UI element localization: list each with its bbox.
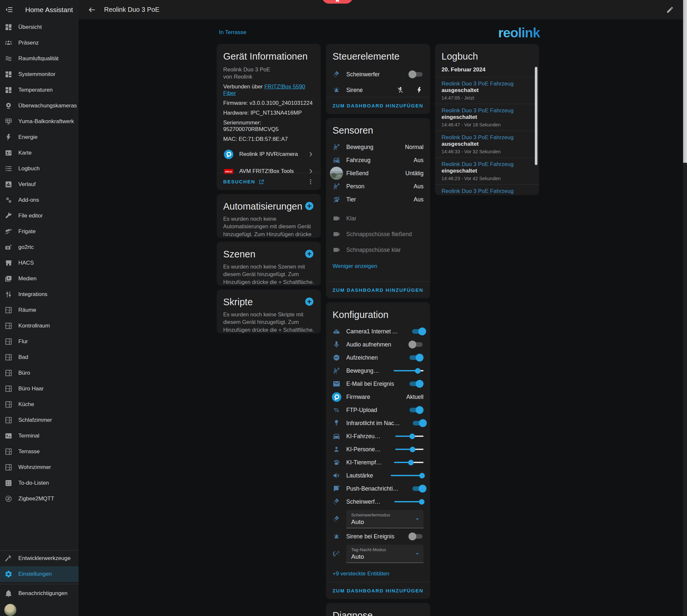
sidebar-item[interactable]: Raumluftqualität xyxy=(0,51,78,66)
toggle-switch[interactable] xyxy=(409,406,423,414)
value-slider[interactable] xyxy=(391,471,423,480)
scripts-title: Skripte xyxy=(223,297,253,308)
content: In Terrasse reolink Gerät Informationen … xyxy=(78,19,687,616)
logbook-timestamp: 14:46:47 - Vor 18 Sekunden xyxy=(441,122,532,127)
sidebar-item[interactable]: Energie xyxy=(0,129,78,145)
paw-off-icon xyxy=(333,196,340,203)
video-camera-icon xyxy=(333,230,340,238)
logbook-entity-link[interactable]: Reolink Duo 3 PoE Fahrzeug xyxy=(441,134,513,140)
sensor-row[interactable]: Fließend Untätig xyxy=(333,167,423,180)
sidebar-item[interactable]: Bad xyxy=(0,349,78,365)
value-slider[interactable] xyxy=(395,445,423,454)
flash-icon[interactable] xyxy=(416,86,423,94)
toggle-switch[interactable] xyxy=(409,379,423,388)
sidebar-item[interactable]: Entwicklerwerkzeuge xyxy=(0,550,78,566)
pencil-icon[interactable] xyxy=(666,6,674,14)
add-to-dashboard-button[interactable]: ZUM DASHBOARD HINZUFÜGEN xyxy=(333,588,423,593)
sidebar-item[interactable]: Verlauf xyxy=(0,177,78,192)
toggle-switch[interactable] xyxy=(409,70,423,79)
sidebar-item[interactable]: Flur xyxy=(0,334,78,349)
value-slider[interactable] xyxy=(394,498,423,506)
page-scrollbar-thumb[interactable] xyxy=(683,0,687,163)
control-row: Scheinwerfer xyxy=(333,66,423,82)
gear-icon xyxy=(5,570,13,578)
sidebar-item[interactable]: Frigate xyxy=(0,224,78,239)
toggle-switch[interactable] xyxy=(411,484,423,493)
sidebar-item[interactable]: File editor xyxy=(0,208,78,224)
add-script-button[interactable] xyxy=(304,297,314,307)
integration-row[interactable]: Reolink IP NVR/camera xyxy=(223,146,314,163)
logbook-scrollbar-thumb[interactable] xyxy=(535,67,537,165)
add-to-dashboard-button[interactable]: ZUM DASHBOARD HINZUFÜGEN xyxy=(333,103,423,108)
add-scene-button[interactable] xyxy=(304,249,314,259)
visit-button[interactable]: BESUCHEN xyxy=(223,179,265,185)
sidebar-item[interactable]: Zigbee2MQTT xyxy=(0,491,78,507)
sidebar-item[interactable]: Add-ons xyxy=(0,192,78,208)
sidebar-item[interactable]: Einstellungen xyxy=(0,566,78,582)
sidebar-item[interactable]: Büro xyxy=(0,365,78,381)
sensor-row[interactable]: Bewegung Normal xyxy=(333,140,423,154)
toggle-switch[interactable] xyxy=(412,419,423,427)
store-icon xyxy=(5,259,13,267)
sidebar-item[interactable]: Logbuch xyxy=(0,161,78,177)
floorplan-icon xyxy=(5,353,13,361)
svg-text:FRITZ!: FRITZ! xyxy=(225,171,232,173)
favorite-button[interactable] xyxy=(322,0,353,4)
sidebar-toggle-icon[interactable] xyxy=(5,5,14,14)
add-to-dashboard-button[interactable]: ZUM DASHBOARD HINZUFÜGEN xyxy=(333,287,423,293)
sidebar-item[interactable]: Medien xyxy=(0,271,78,287)
show-less-link[interactable]: Weniger anzeigen xyxy=(333,263,423,269)
toggle-switch[interactable] xyxy=(409,353,423,362)
entities-column: Steuerelemente Scheinwerfer Sirene xyxy=(326,44,430,616)
sensors-title: Sensoren xyxy=(333,125,423,136)
sidebar-item[interactable]: Karte xyxy=(0,145,78,161)
siren-icon xyxy=(333,86,340,94)
sidebar-item[interactable]: Systemmonitor xyxy=(0,66,78,82)
select-field[interactable]: Tag-Nacht-Modus Auto xyxy=(346,545,423,563)
value-slider[interactable] xyxy=(395,432,423,440)
sidebar-item[interactable]: Übersicht xyxy=(0,19,78,35)
value-slider[interactable] xyxy=(394,367,423,375)
sidebar-item[interactable]: Räume xyxy=(0,302,78,318)
scripts-card: Skripte Es wurden noch keine Skripte mit… xyxy=(217,289,321,333)
hidden-entities-link[interactable]: +9 versteckte Entitäten xyxy=(333,571,423,577)
user-avatar[interactable] xyxy=(4,604,16,616)
toggle-switch[interactable] xyxy=(409,340,423,349)
sidebar-item[interactable]: Küche xyxy=(0,397,78,412)
more-options-icon[interactable] xyxy=(307,178,314,185)
flash-off-icon[interactable] xyxy=(397,86,404,94)
sidebar-item[interactable]: Terrasse xyxy=(0,444,78,460)
logbook-entity-link[interactable]: Reolink Duo 3 PoE Fahrzeug xyxy=(441,107,513,114)
toggle-switch[interactable] xyxy=(411,327,423,336)
logbook-entity-link[interactable]: Reolink Duo 3 PoE Fahrzeug xyxy=(441,161,513,167)
motion-sensor-icon xyxy=(333,182,340,190)
sidebar-item[interactable]: Büro Haar xyxy=(0,381,78,397)
toggle-switch[interactable] xyxy=(409,532,423,541)
sidebar-item[interactable]: Yuma-Balkonkraftwerk xyxy=(0,114,78,129)
sidebar-item[interactable]: Wohnzimmer xyxy=(0,460,78,475)
sidebar-item[interactable]: Schlafzimmer xyxy=(0,412,78,428)
sensor-row[interactable]: Tier Aus xyxy=(333,193,423,206)
sidebar-item[interactable]: Präsenz xyxy=(0,35,78,51)
sidebar-item[interactable]: Terminal xyxy=(0,428,78,444)
sidebar-item[interactable]: Kontrollraum xyxy=(0,318,78,334)
logbook-entity-link[interactable]: Reolink Duo 3 PoE Fahrzeug xyxy=(441,188,513,194)
sidebar-item[interactable]: Temperaturen xyxy=(0,82,78,98)
sidebar-item[interactable]: To-do-Listen xyxy=(0,475,78,491)
sensor-row[interactable]: Fahrzeug Aus xyxy=(333,154,423,167)
sidebar-item[interactable]: Überwachungskameras xyxy=(0,98,78,114)
value-slider[interactable] xyxy=(394,458,423,467)
controls-card: Steuerelemente Scheinwerfer Sirene xyxy=(326,44,430,114)
sidebar-item[interactable]: Integrations xyxy=(0,287,78,302)
camera-wifi-icon xyxy=(5,243,13,251)
sidebar-item[interactable]: HACS xyxy=(0,255,78,271)
back-arrow-icon[interactable] xyxy=(88,5,96,14)
logbook-entity-link[interactable]: Reolink Duo 3 PoE Fahrzeug xyxy=(441,81,513,87)
device-info-card: Gerät Informationen Reolink Duo 3 PoE vo… xyxy=(217,44,321,190)
area-breadcrumb-link[interactable]: In Terrasse xyxy=(219,29,247,36)
add-automation-button[interactable] xyxy=(304,201,314,211)
sidebar-item-notifications[interactable]: Benachrichtigungen xyxy=(0,586,78,601)
sidebar-item[interactable]: go2rtc xyxy=(0,239,78,255)
select-field[interactable]: Scheinwerfermodus Auto xyxy=(346,510,423,528)
sensor-row[interactable]: Person Aus xyxy=(333,180,423,193)
